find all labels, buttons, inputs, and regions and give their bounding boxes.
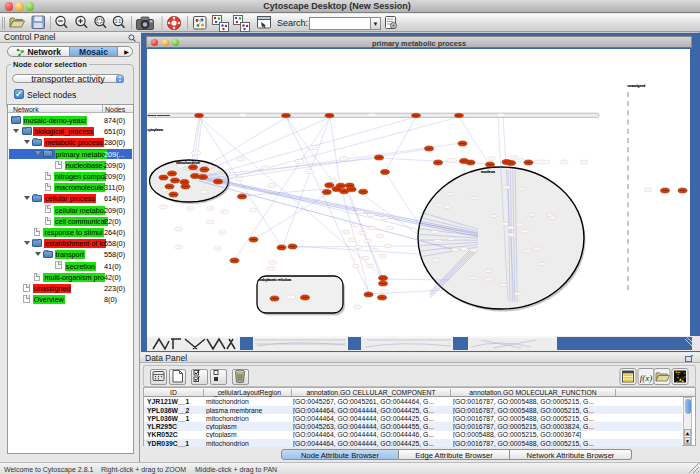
svg-text:cytoplasm: cytoplasm (148, 128, 164, 132)
svg-text:1:1: 1:1 (115, 19, 122, 24)
svg-text:unassigned: unassigned (628, 84, 646, 88)
svg-text:endoplasmic reticulum: endoplasmic reticulum (259, 278, 292, 282)
svg-text:plasma membrane: plasma membrane (148, 114, 171, 117)
svg-text:f(x): f(x) (640, 373, 653, 383)
svg-text:nucleus: nucleus (481, 170, 495, 174)
